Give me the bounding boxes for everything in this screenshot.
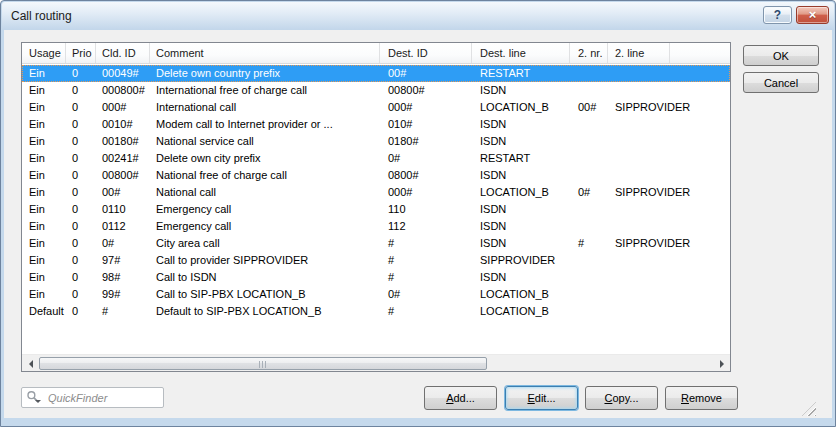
table-row[interactable]: Ein000241#Delete own city prefix0#RESTAR… — [22, 150, 730, 167]
copy-button[interactable]: Copy... — [585, 386, 658, 410]
h-scrollbar[interactable] — [22, 354, 730, 371]
table-cell: 0010# — [96, 116, 150, 133]
table-row[interactable]: Ein097#Call to provider SIPPROVIDER#SIPP… — [22, 252, 730, 269]
scroll-right-button[interactable] — [713, 355, 730, 372]
table-cell — [570, 218, 608, 235]
column-header-cld-id[interactable]: Cld. ID — [96, 43, 150, 63]
table-cell: Emergency call — [150, 201, 380, 218]
table-row[interactable]: Default0#Default to SIP-PBX LOCATION_B#L… — [22, 303, 730, 320]
table-row[interactable]: Ein0000800#International free of charge … — [22, 82, 730, 99]
table-cell: SIPPROVIDER — [472, 252, 570, 269]
table-cell: 00# — [570, 99, 608, 116]
cancel-button[interactable]: Cancel — [743, 72, 819, 93]
column-header-usage[interactable]: Usage — [22, 43, 66, 63]
h-scrollbar-thumb[interactable] — [39, 357, 487, 370]
table-cell: ISDN — [472, 133, 570, 150]
table-cell: SIPPROVIDER — [608, 99, 730, 116]
table-cell: 0# — [96, 235, 150, 252]
table-cell: 00800# — [96, 167, 150, 184]
table-cell — [570, 116, 608, 133]
table-row[interactable]: Ein000049#Delete own country prefix00#RE… — [22, 65, 730, 82]
table-cell: SIPPROVIDER — [608, 235, 730, 252]
resize-grip[interactable] — [802, 402, 816, 416]
help-icon: ? — [774, 8, 781, 22]
table-row[interactable]: Ein098#Call to ISDN#ISDN — [22, 269, 730, 286]
table-cell: ISDN — [472, 201, 570, 218]
table-cell: 00# — [96, 184, 150, 201]
remove-button[interactable]: Remove — [665, 386, 738, 410]
table-cell: Ein — [22, 167, 66, 184]
column-header-dest-line[interactable]: Dest. line — [472, 43, 570, 63]
close-button[interactable]: × — [796, 6, 829, 24]
column-header-2-line[interactable]: 2. line — [608, 43, 670, 63]
table-cell — [608, 82, 730, 99]
table-cell: # — [380, 235, 472, 252]
table-cell: 0 — [66, 201, 96, 218]
table-cell: 0 — [66, 303, 96, 320]
table-cell: 00800# — [380, 82, 472, 99]
table-cell — [570, 82, 608, 99]
table-cell: 0110 — [96, 201, 150, 218]
table-cell: 0 — [66, 218, 96, 235]
table-cell: # — [96, 303, 150, 320]
table-row[interactable]: Ein00010#Modem call to Internet provider… — [22, 116, 730, 133]
table-cell: City area call — [150, 235, 380, 252]
scroll-left-button[interactable] — [22, 355, 39, 372]
table-cell: 0 — [66, 82, 96, 99]
table-row[interactable]: Ein000180#National service call0180#ISDN — [22, 133, 730, 150]
table-cell: 0180# — [380, 133, 472, 150]
table-cell: Ein — [22, 235, 66, 252]
scrollbar-grip-icon — [259, 361, 268, 368]
help-button[interactable]: ? — [763, 6, 792, 24]
column-header-dest-id[interactable]: Dest. ID — [380, 43, 472, 63]
ok-button[interactable]: OK — [743, 45, 819, 66]
column-header-comment[interactable]: Comment — [150, 43, 380, 63]
table-cell: 112 — [380, 218, 472, 235]
table-cell: International call — [150, 99, 380, 116]
quickfinder-input[interactable] — [21, 387, 164, 408]
table-cell: # — [380, 252, 472, 269]
edit-button[interactable]: Edit... — [505, 386, 578, 410]
column-header-2-nr[interactable]: 2. nr. — [570, 43, 608, 63]
table-cell: 0 — [66, 99, 96, 116]
add-button[interactable]: Add... — [424, 386, 497, 410]
table-cell: Call to ISDN — [150, 269, 380, 286]
table-row[interactable]: Ein00110Emergency call110ISDN — [22, 201, 730, 218]
table-cell: LOCATION_B — [472, 184, 570, 201]
table-cell: Ein — [22, 150, 66, 167]
table-row[interactable]: Ein099#Call to SIP-PBX LOCATION_B0#LOCAT… — [22, 286, 730, 303]
search-dropdown-icon[interactable] — [35, 400, 41, 406]
table-cell: Ein — [22, 218, 66, 235]
table-cell: 98# — [96, 269, 150, 286]
table-cell: SIPPROVIDER — [608, 184, 730, 201]
table-cell: 00241# — [96, 150, 150, 167]
table-cell: Ein — [22, 65, 66, 82]
table-row[interactable]: Ein00112Emergency call112ISDN — [22, 218, 730, 235]
titlebar[interactable]: Call routing ? × — [2, 2, 834, 30]
table-row[interactable]: Ein000800#National free of charge call08… — [22, 167, 730, 184]
table-cell: Ein — [22, 133, 66, 150]
table-cell: ISDN — [472, 167, 570, 184]
column-header-prio[interactable]: Prio — [66, 43, 96, 63]
table-cell: Emergency call — [150, 218, 380, 235]
table-cell — [608, 252, 730, 269]
table-cell: Ein — [22, 82, 66, 99]
table-cell: Default — [22, 303, 66, 320]
table-cell: 110 — [380, 201, 472, 218]
routing-table[interactable]: UsagePrioCld. IDCommentDest. IDDest. lin… — [21, 42, 731, 372]
table-cell: 0112 — [96, 218, 150, 235]
table-row[interactable]: Ein00#City area call#ISDN#SIPPROVIDER — [22, 235, 730, 252]
table-cell: Delete own country prefix — [150, 65, 380, 82]
table-row[interactable]: Ein0000#International call000#LOCATION_B… — [22, 99, 730, 116]
table-cell: 0 — [66, 167, 96, 184]
table-cell: ISDN — [472, 218, 570, 235]
table-cell — [608, 65, 730, 82]
table-cell — [608, 167, 730, 184]
table-cell: ISDN — [472, 235, 570, 252]
table-cell: Default to SIP-PBX LOCATION_B — [150, 303, 380, 320]
table-row[interactable]: Ein000#National call000#LOCATION_B0#SIPP… — [22, 184, 730, 201]
table-cell: 010# — [380, 116, 472, 133]
table-cell — [608, 218, 730, 235]
table-cell — [608, 269, 730, 286]
table-cell — [570, 65, 608, 82]
